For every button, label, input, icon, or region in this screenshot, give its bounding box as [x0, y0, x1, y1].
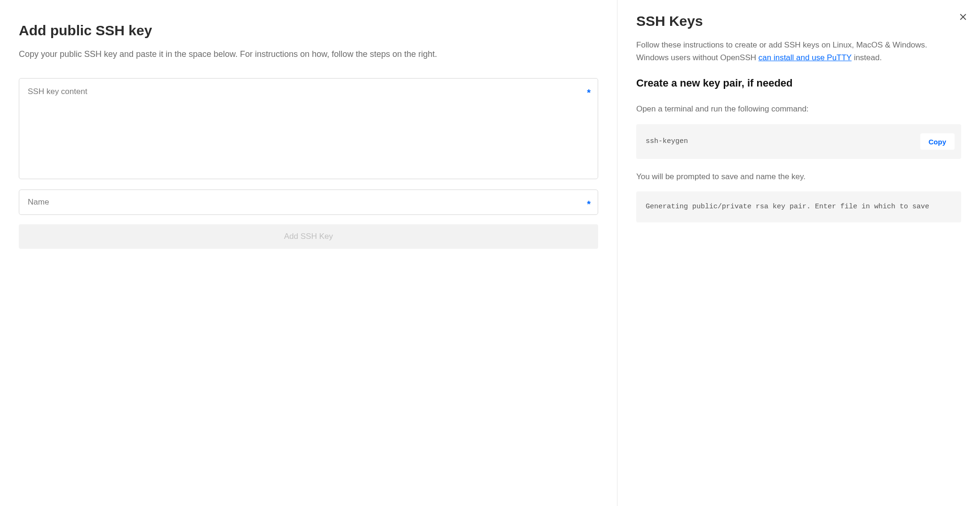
- step1-desc: Open a terminal and run the following co…: [636, 103, 961, 115]
- step2-desc: You will be prompted to save and name th…: [636, 170, 961, 183]
- help-title: SSH Keys: [636, 13, 961, 29]
- ssh-name-field-wrapper: *: [19, 190, 598, 215]
- code-output: Generating public/private rsa key pair. …: [646, 203, 929, 211]
- help-desc-suffix: instead.: [852, 53, 882, 62]
- page-title: Add public SSH key: [19, 23, 598, 39]
- close-icon: [958, 12, 968, 22]
- putty-link[interactable]: can install and use PuTTY: [759, 53, 852, 62]
- add-ssh-key-button[interactable]: Add SSH Key: [19, 224, 598, 249]
- close-button[interactable]: [956, 10, 970, 24]
- page-subtitle: Copy your public SSH key and paste it in…: [19, 48, 598, 61]
- ssh-key-content-input[interactable]: [19, 78, 598, 179]
- create-keypair-heading: Create a new key pair, if needed: [636, 77, 961, 89]
- ssh-keys-help-panel: SSH Keys Follow these instructions to cr…: [617, 0, 980, 506]
- code-block-keygen: ssh-keygen Copy: [636, 124, 961, 159]
- help-description: Follow these instructions to create or a…: [636, 39, 961, 64]
- code-keygen: ssh-keygen: [646, 137, 688, 145]
- ssh-content-field-wrapper: *: [19, 78, 598, 181]
- ssh-key-name-input[interactable]: [19, 190, 598, 215]
- code-block-output: Generating public/private rsa key pair. …: [636, 191, 961, 222]
- copy-button[interactable]: Copy: [920, 133, 955, 150]
- add-ssh-key-form: Add public SSH key Copy your public SSH …: [0, 0, 617, 506]
